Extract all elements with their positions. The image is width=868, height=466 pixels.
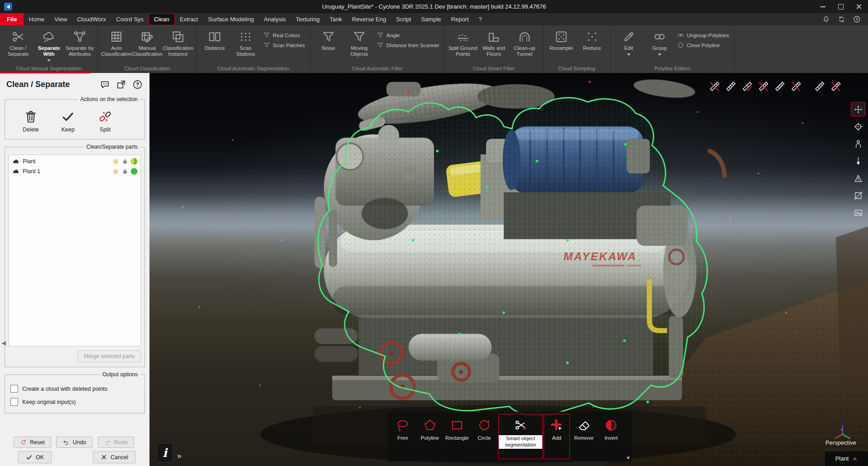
split-button[interactable]: Split [91, 110, 120, 133]
tool-free[interactable]: Free [390, 414, 416, 459]
ribbon-button-group[interactable]: Group [645, 28, 675, 56]
ribbon-button-resample[interactable]: Resample [546, 28, 576, 51]
sun-icon[interactable] [112, 158, 119, 165]
maximize-button[interactable] [832, 0, 850, 13]
ribbon-button-close-polyline[interactable]: Close Polyline [677, 42, 729, 49]
menu-item-cloudworx[interactable]: CloudWorx [72, 13, 111, 25]
measure-clip-button[interactable] [789, 79, 803, 93]
ruler-off-button[interactable] [829, 79, 843, 93]
point-cloud-viewport[interactable]: MAYEKAWA [149, 73, 868, 466]
ribbon-button-moving-objects[interactable]: Moving Objects [344, 28, 374, 57]
ribbon-button-scan-patches[interactable]: Scan Patches [263, 42, 305, 49]
menu-item-help[interactable]: ? [474, 13, 487, 25]
ribbon-button-auto-classification[interactable]: Auto Classification [101, 28, 131, 57]
comment-button[interactable] [99, 78, 111, 90]
ruler-button[interactable] [813, 79, 826, 93]
measure-angle-button[interactable] [757, 79, 770, 93]
projection-mode-label[interactable]: Perspective [825, 439, 856, 446]
checkbox-box[interactable] [10, 398, 18, 406]
ribbon-button-scan-stations[interactable]: Scan Stations [231, 28, 260, 57]
tool-smart-object-segmentation[interactable]: Smart object segmentation [498, 414, 543, 459]
menu-item-script[interactable]: Script [391, 13, 416, 25]
measure-surface-button[interactable] [773, 79, 786, 93]
nav-section-button[interactable] [851, 188, 865, 203]
parts-list[interactable]: PlantPlant 1 [9, 155, 141, 346]
nav-image-button[interactable] [851, 205, 865, 220]
ok-button[interactable]: OK [18, 451, 52, 463]
lock-icon[interactable] [122, 158, 128, 165]
part-row-plant[interactable]: Plant [9, 156, 140, 166]
nav-level-button[interactable] [851, 171, 865, 185]
redo-button[interactable]: Redo [98, 437, 134, 448]
ribbon-button-distance[interactable]: Distance [200, 28, 230, 51]
menu-item-sample[interactable]: Sample [416, 13, 446, 25]
cancel-button[interactable]: Cancel [93, 451, 136, 463]
measure-annotate-button[interactable] [740, 79, 754, 93]
ribbon-button-distance-from-scanner[interactable]: Distance from Scanner [377, 42, 439, 49]
measure-distance-button[interactable] [724, 79, 738, 93]
expand-chevrons-icon[interactable]: » [177, 451, 181, 462]
info-button[interactable]: i [157, 443, 173, 462]
detach-button[interactable] [115, 78, 127, 90]
nav-target-button[interactable] [851, 119, 865, 134]
menu-item-reverse-eng[interactable]: Reverse Eng [347, 13, 391, 25]
color-swatch[interactable] [131, 168, 137, 175]
menu-item-tank[interactable]: Tank [325, 13, 347, 25]
minimize-button[interactable] [814, 0, 832, 13]
checkbox-keep-original-input-s[interactable]: Keep original input(s) [9, 395, 141, 408]
checkbox-box[interactable] [10, 385, 18, 393]
checkbox-create-a-cloud-with-deleted-points[interactable]: Create a cloud with deleted points [9, 382, 141, 395]
close-button[interactable] [850, 0, 868, 13]
tool-rectangle[interactable]: Rectangle [444, 414, 470, 459]
ribbon-button-clean-up-tunnel[interactable]: Clean-up Tunnel [510, 28, 540, 57]
ribbon-button-edit[interactable]: Edit [614, 28, 644, 56]
ribbon-button-real-colors[interactable]: Real Colors [263, 32, 305, 39]
tool-circle[interactable]: Circle [471, 414, 497, 459]
cloud-selector-dropdown[interactable]: Plant [824, 451, 868, 466]
bell-button[interactable] [821, 15, 831, 24]
menu-item-home[interactable]: Home [24, 13, 49, 25]
menu-item-view[interactable]: View [49, 13, 72, 25]
ribbon-button-classification-instance[interactable]: Classification Instance [163, 28, 193, 57]
ribbon-button-angle[interactable]: Angle [377, 32, 439, 39]
color-swatch[interactable] [131, 158, 137, 165]
nav-plumb-button[interactable] [851, 154, 865, 168]
nav-move-button[interactable] [851, 102, 865, 116]
menu-item-surface-modeling[interactable]: Surface Modeling [203, 13, 259, 25]
reset-button[interactable]: Reset [14, 437, 51, 448]
measure-point-button[interactable] [708, 79, 721, 93]
ribbon-button-separate-by-attributes[interactable]: Separate by Attributes [65, 28, 95, 57]
nav-avatar-button[interactable] [851, 136, 865, 151]
lock-icon[interactable] [122, 168, 128, 175]
ribbon-button-ungroup-polylines[interactable]: Ungroup Polylines [677, 32, 729, 39]
menu-item-file[interactable]: File [0, 13, 24, 25]
menu-item-analysis[interactable]: Analysis [259, 13, 290, 25]
toolbar-collapse-icon[interactable]: ▾ [627, 454, 630, 461]
ribbon-button-walls-and-floors[interactable]: Walls and Floors [479, 28, 509, 57]
tool-add[interactable]: Add [544, 414, 570, 459]
menu-item-extract[interactable]: Extract [175, 13, 203, 25]
ribbon-button-clean-separate[interactable]: Clean / Separate [3, 28, 33, 57]
ribbon-button-split-ground-points[interactable]: Split Ground Points [448, 28, 478, 57]
sync-button[interactable] [836, 15, 846, 24]
help-button[interactable] [852, 15, 862, 24]
sun-icon[interactable] [112, 168, 119, 175]
tool-polyline[interactable]: Polyline [417, 414, 443, 459]
menu-item-clean[interactable]: Clean [149, 13, 175, 25]
ribbon-button-reduce[interactable]: Reduce [577, 28, 607, 51]
ribbon-button-manual-classification[interactable]: Manual Classification [132, 28, 162, 57]
panel-collapse-arrow[interactable]: ◀ [1, 340, 6, 346]
delete-button[interactable]: Delete [16, 110, 45, 133]
help-button[interactable] [131, 78, 143, 90]
tool-remove[interactable]: Remove [571, 414, 597, 459]
part-row-plant-1[interactable]: Plant 1 [9, 166, 140, 176]
undo-button[interactable]: Undo [56, 437, 92, 448]
menu-item-texturing[interactable]: Texturing [291, 13, 325, 25]
tool-invert[interactable]: Invert [598, 414, 624, 459]
merge-selected-parts-button[interactable]: Merge selected parts [77, 350, 141, 362]
ribbon-button-separate-with[interactable]: Separate With [34, 28, 64, 62]
menu-item-coord-sys[interactable]: Coord Sys [111, 13, 149, 25]
keep-button[interactable]: Keep [53, 110, 82, 133]
ribbon-button-noise[interactable]: Noise [313, 28, 343, 51]
menu-item-report[interactable]: Report [446, 13, 474, 25]
